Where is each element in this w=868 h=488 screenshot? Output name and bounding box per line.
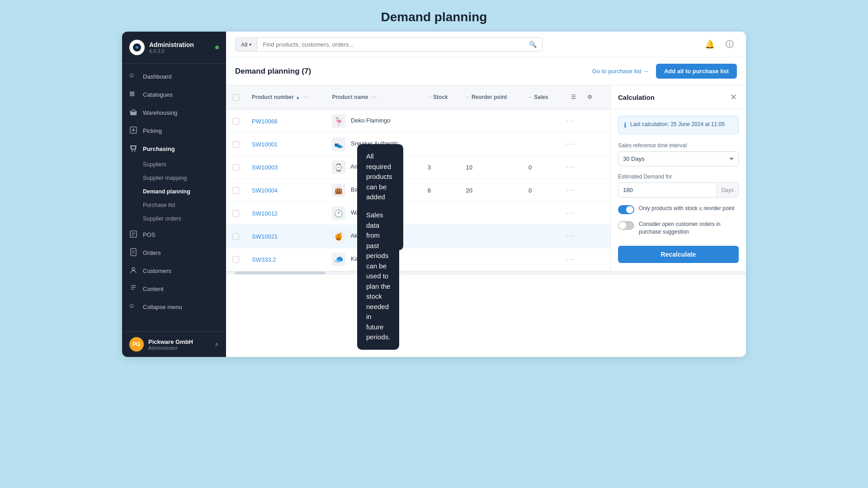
sidebar-header: Administration 6.6.3.0 [122, 32, 226, 64]
content-header: Demand planning (7) Go to purchase list … [226, 57, 746, 85]
row-checkbox-0[interactable] [232, 118, 239, 125]
table-row: SW333.2 🧢 Kappe (Olive) ··· [226, 248, 610, 271]
calc-header: Calculation ✕ [611, 85, 746, 109]
stock-1 [421, 133, 460, 156]
toggle-row-1: Only products with stock ≤ reorder point [618, 205, 739, 214]
col-header-actions: ☰ ⚙ [560, 85, 610, 109]
sort-reorder[interactable]: ··· Reorder point [466, 94, 507, 100]
reorder-3: 20 [460, 179, 522, 202]
sort-product-name[interactable]: Product name ··· [332, 94, 376, 100]
reorder-0 [460, 109, 522, 133]
row-menu-3[interactable]: ··· [566, 186, 575, 194]
user-role: Administrator [148, 345, 193, 351]
calc-close-button[interactable]: ✕ [728, 92, 739, 103]
recalculate-button[interactable]: Recalculate [618, 246, 739, 263]
calc-info-box: ℹ Last calculation: 25 June 2024 at 11:0… [618, 116, 739, 134]
product-number-3: SW10004 [252, 187, 278, 194]
sidebar-item-supplier-mapping[interactable]: Supplier mapping [122, 171, 226, 185]
customer-orders-toggle[interactable] [618, 221, 634, 230]
help-icon[interactable]: ⓘ [722, 37, 737, 52]
sort-product-number[interactable]: Product number ▲ ··· [252, 94, 308, 100]
sidebar-item-catalogues[interactable]: ▦ Catalogues [122, 85, 226, 103]
product-number-1: SW10001 [252, 141, 278, 148]
sidebar-item-purchasing[interactable]: Purchasing [122, 140, 226, 158]
reorder-4 [460, 202, 522, 225]
sales-2: 0 [522, 156, 560, 179]
sidebar-item-warehousing[interactable]: Warehousing [122, 103, 226, 122]
row-checkbox-4[interactable] [232, 210, 239, 217]
row-checkbox-3[interactable] [232, 187, 239, 194]
sort-sales[interactable]: ··· Sales [528, 94, 548, 100]
table-row: PW10066 🦩 Deko Flamingo ··· [226, 109, 610, 133]
go-to-purchase-list-link[interactable]: Go to purchase list → [592, 68, 649, 75]
search-input[interactable] [257, 38, 524, 51]
sidebar-item-suppliers[interactable]: Suppliers [122, 158, 226, 171]
row-menu-1[interactable]: ··· [566, 140, 575, 148]
col-header-reorder[interactable]: ··· Reorder point [460, 85, 522, 109]
search-filter-dropdown[interactable]: All ▾ [236, 38, 257, 51]
warehousing-icon [129, 108, 138, 117]
horizontal-scrollbar[interactable] [226, 271, 746, 275]
col-header-stock[interactable]: ··· Stock [421, 85, 460, 109]
sidebar-item-supplier-orders[interactable]: Supplier orders [122, 212, 226, 225]
stock-5 [421, 225, 460, 248]
table-view-options-icon[interactable]: ☰ [566, 90, 580, 104]
sales-interval-select[interactable]: 30 Days 60 Days 90 Days [618, 151, 739, 166]
sidebar-item-orders[interactable]: Orders [122, 244, 226, 262]
status-dot [215, 46, 219, 49]
row-checkbox-6[interactable] [232, 256, 239, 263]
row-menu-5[interactable]: ··· [566, 232, 575, 240]
app-name: Administration [149, 41, 194, 48]
table-row: SW10003 ⌚ Armbanduhr Goldie 3 10 0 ··· [226, 156, 610, 179]
col-header-product-name[interactable]: Product name ··· [326, 85, 421, 109]
table-filter-icon[interactable]: ⚙ [582, 90, 597, 104]
sidebar-item-content[interactable]: Content [122, 280, 226, 298]
stock-2: 3 [421, 156, 460, 179]
calc-body: ℹ Last calculation: 25 June 2024 at 11:0… [611, 109, 746, 271]
table-row: SW10021 🍯 Akazien Honig ··· [226, 225, 610, 248]
table-body: PW10066 🦩 Deko Flamingo ··· SW10001 👟 Sn… [226, 109, 610, 271]
row-menu-4[interactable]: ··· [566, 209, 575, 217]
reorder-6 [460, 248, 522, 271]
sidebar-item-collapse[interactable]: ⊙ Collapse menu [122, 298, 226, 316]
reorder-2: 10 [460, 156, 522, 179]
notifications-icon[interactable]: 🔔 [703, 37, 717, 52]
col-options-icon-name[interactable]: ··· [372, 94, 376, 100]
select-all-checkbox[interactable] [232, 94, 239, 101]
product-thumb-1: 👟 [332, 137, 345, 151]
search-filter-label: All [241, 41, 247, 48]
add-all-to-purchase-list-button[interactable]: Add all to purchase list [656, 64, 737, 79]
select-all-header[interactable] [226, 85, 245, 109]
table-row: SW10012 🕐 Wanduhr Holz ··· [226, 202, 610, 225]
product-thumb-0: 🦩 [332, 114, 345, 128]
sidebar-item-demand-planning[interactable]: Demand planning [122, 185, 226, 198]
search-submit-icon[interactable]: 🔍 [524, 38, 542, 51]
col-header-sales[interactable]: ··· Sales [522, 85, 560, 109]
estimated-demand-input[interactable] [618, 183, 717, 197]
sidebar-item-customers[interactable]: Customers [122, 262, 226, 280]
sidebar-item-purchase-list[interactable]: Purchase list [122, 198, 226, 212]
row-checkbox-1[interactable] [232, 141, 239, 148]
product-name-0: Deko Flamingo [351, 117, 390, 124]
calculation-panel: Calculation ✕ ℹ Last calculation: 25 Jun… [610, 85, 746, 271]
row-menu-2[interactable]: ··· [566, 163, 575, 171]
row-menu-0[interactable]: ··· [566, 117, 575, 125]
stock-reorder-toggle[interactable] [618, 205, 634, 214]
col-options-icon[interactable]: ··· [304, 94, 308, 100]
sidebar-nav: ⊙ Dashboard ▦ Catalogues Warehousing Pic… [122, 64, 226, 331]
sidebar-item-picking[interactable]: Picking [122, 122, 226, 140]
sort-stock[interactable]: ··· Stock [428, 94, 448, 100]
row-checkbox-2[interactable] [232, 164, 239, 171]
row-checkbox-5[interactable] [232, 233, 239, 240]
toggle-knob-2 [619, 222, 626, 229]
top-bar: All ▾ 🔍 🔔 ⓘ [226, 32, 746, 57]
toggle-1-label: Only products with stock ≤ reorder point [639, 205, 734, 212]
user-name: Pickware GmbH [148, 338, 193, 345]
picking-icon [129, 126, 138, 135]
sidebar-footer-chevron[interactable]: ∧ [215, 341, 219, 347]
sidebar-item-dashboard[interactable]: ⊙ Dashboard [122, 67, 226, 85]
col-header-product-number[interactable]: Product number ▲ ··· [245, 85, 326, 109]
sidebar-item-pos[interactable]: POS [122, 225, 226, 244]
row-menu-6[interactable]: ··· [566, 255, 575, 263]
scrollbar-thumb[interactable] [235, 272, 326, 274]
